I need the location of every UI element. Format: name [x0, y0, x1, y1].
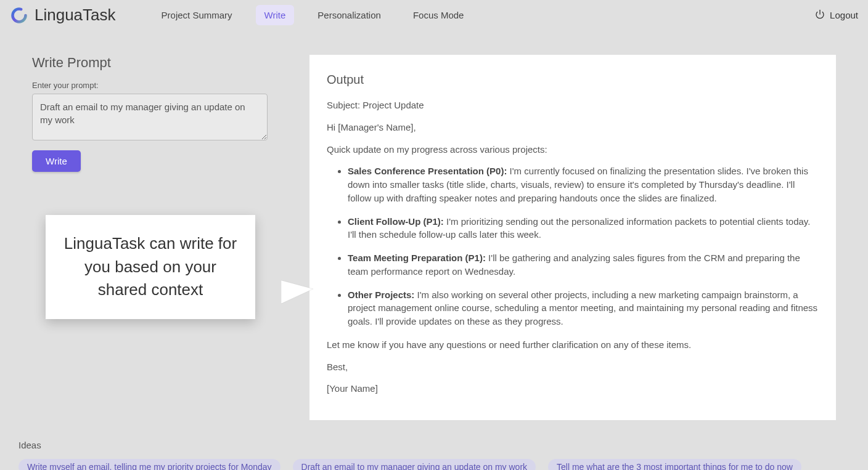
nav-project-summary[interactable]: Project Summary [153, 5, 241, 25]
output-item: Other Projects: I'm also working on seve… [348, 288, 819, 328]
logout-button[interactable]: Logout [815, 9, 858, 21]
output-intro: Quick update on my progress across vario… [327, 143, 819, 156]
brand-logo: LinguaTask [10, 6, 116, 25]
write-button[interactable]: Write [32, 150, 81, 172]
output-item: Team Meeting Preparation (P1): I'll be g… [348, 251, 819, 278]
output-closing-1: Let me know if you have any questions or… [327, 338, 819, 352]
svg-marker-2 [281, 280, 313, 304]
feature-callout: LinguaTask can write for you based on yo… [46, 215, 255, 319]
brand-name: LinguaTask [35, 6, 116, 25]
prompt-label: Enter your prompt: [32, 81, 279, 90]
idea-chip[interactable]: Write myself an email, telling me my pri… [18, 459, 280, 470]
prompt-textarea[interactable] [32, 94, 268, 140]
output-heading: Output [327, 71, 819, 89]
logout-label: Logout [830, 10, 858, 20]
write-prompt-heading: Write Prompt [32, 55, 279, 71]
output-greeting: Hi [Manager's Name], [327, 121, 819, 134]
power-icon [815, 9, 825, 21]
nav-write[interactable]: Write [256, 5, 295, 25]
output-closing-2: Best, [327, 360, 819, 374]
logo-icon [10, 6, 28, 25]
idea-chip[interactable]: Draft an email to my manager giving an u… [293, 459, 536, 470]
ideas-chips: Write myself an email, telling me my pri… [18, 459, 850, 470]
nav-personalization[interactable]: Personalization [309, 5, 390, 25]
output-panel: Output Subject: Project Update Hi [Manag… [309, 55, 836, 420]
nav-focus-mode[interactable]: Focus Mode [404, 5, 473, 25]
output-subject: Subject: Project Update [327, 99, 819, 112]
output-bullets: Sales Conference Presentation (P0): I'm … [348, 164, 819, 328]
output-signature: [Your Name] [327, 382, 819, 395]
output-item: Client Follow-Up (P1): I'm prioritizing … [348, 215, 819, 242]
output-item: Sales Conference Presentation (P0): I'm … [348, 164, 819, 205]
idea-chip[interactable]: Tell me what are the 3 most important th… [548, 459, 801, 470]
callout-text: LinguaTask can write for you based on yo… [64, 234, 237, 299]
svg-point-0 [13, 9, 26, 22]
ideas-heading: Ideas [18, 440, 850, 450]
main-nav: Project Summary Write Personalization Fo… [153, 5, 816, 25]
